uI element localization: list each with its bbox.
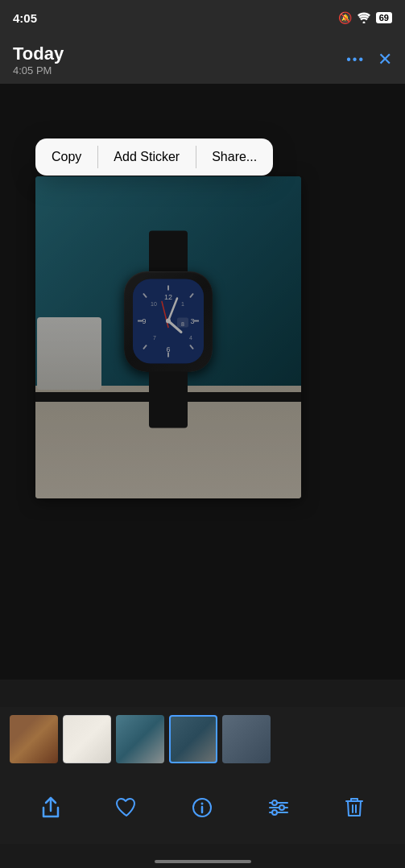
header-actions: ••• ✕ [346,51,392,68]
context-menu-add-sticker[interactable]: Add Sticker [97,138,196,176]
trash-icon [345,796,364,819]
header-subtitle: 4:05 PM [13,64,64,76]
thumbnail-3[interactable] [116,715,164,763]
bottom-toolbar [0,771,405,844]
thumbnail-4[interactable] [169,715,217,763]
info-icon [192,797,213,818]
svg-point-31 [279,805,284,810]
main-image-area: 12 3 6 9 1 4 7 10 [0,84,405,680]
close-button[interactable]: ✕ [378,51,392,68]
svg-point-30 [272,800,277,805]
thumbnail-5[interactable] [222,715,271,763]
header-left: Today 4:05 PM [13,43,64,76]
status-icons: 🔕 69 [338,11,392,24]
more-button[interactable]: ••• [346,53,365,66]
context-menu-copy[interactable]: Copy [35,138,97,176]
battery-indicator: 69 [376,12,392,23]
share-button[interactable] [31,787,71,828]
trash-button[interactable] [334,787,374,828]
svg-point-0 [362,22,365,24]
header: Today 4:05 PM ••• ✕ [0,35,405,84]
wifi-icon [357,12,371,23]
home-indicator [155,860,251,863]
context-menu: Copy Add Sticker Share... [35,138,273,176]
thumbnail-strip [0,707,405,771]
svg-point-26 [201,803,204,805]
thumbnail-1[interactable] [10,715,58,763]
context-menu-share[interactable]: Share... [196,138,273,176]
adjust-button[interactable] [258,787,299,828]
info-button[interactable] [182,787,222,828]
status-bar: 4:05 🔕 69 [0,0,405,35]
status-time: 4:05 [13,11,37,25]
header-title: Today [13,43,64,64]
heart-button[interactable] [106,787,147,828]
heart-icon [115,797,138,818]
svg-point-32 [272,810,277,815]
image-container: 12 3 6 9 1 4 7 10 [0,84,405,680]
thumbnail-2[interactable] [63,715,111,763]
adjust-icon [268,797,289,818]
bell-icon: 🔕 [338,11,352,24]
share-icon [40,796,61,819]
